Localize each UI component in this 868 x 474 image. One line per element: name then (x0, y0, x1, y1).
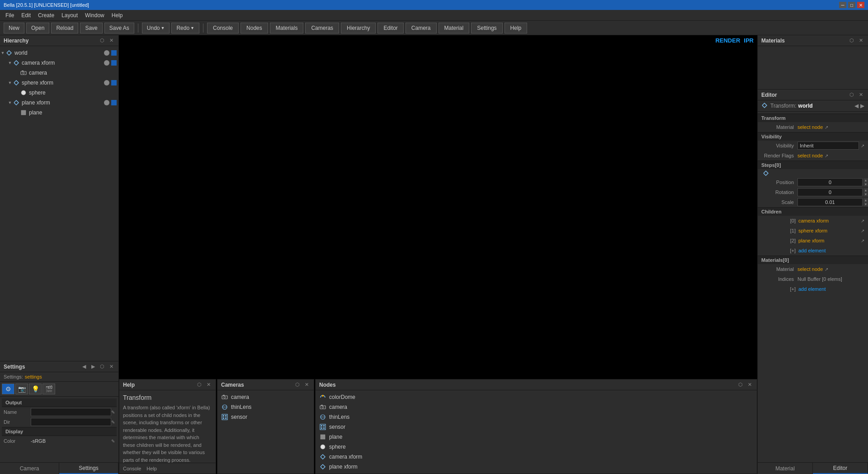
settings-tab-light[interactable]: 💡 (29, 384, 42, 394)
hierarchy-close-button[interactable]: ✕ (108, 37, 115, 44)
tree-item-world[interactable]: ▼ world (0, 48, 118, 58)
editor-next-button[interactable]: ▶ (860, 103, 864, 109)
menu-layout[interactable]: Layout (58, 11, 81, 19)
material-2-link[interactable]: select node (797, 266, 823, 272)
position-x[interactable] (797, 178, 863, 186)
tree-item-camera[interactable]: camera (0, 68, 118, 78)
child-link-sphere-xform[interactable]: sphere xform (798, 228, 859, 233)
nodes-float-button[interactable]: ⬡ (737, 381, 744, 389)
tab-materials[interactable]: Materials (270, 23, 304, 33)
tab-cameras[interactable]: Cameras (305, 23, 339, 33)
settings-close-button[interactable]: ✕ (108, 363, 115, 370)
settings-prev-button[interactable]: ◀ (80, 363, 88, 370)
bottom-tab-editor[interactable]: Editor (813, 463, 868, 474)
name-input[interactable] (31, 408, 111, 416)
rotation-x[interactable] (797, 188, 863, 196)
tree-item-plane-xform[interactable]: ▼ plane xform (0, 98, 118, 108)
menu-create[interactable]: Create (34, 11, 58, 19)
save-button[interactable]: Save (80, 23, 102, 33)
nodes-close-button[interactable]: ✕ (746, 381, 753, 389)
menu-file[interactable]: File (2, 11, 18, 19)
tab-material[interactable]: Material (439, 23, 470, 33)
menu-help[interactable]: Help (108, 11, 127, 19)
child-link-plane-xform[interactable]: plane xform (798, 238, 859, 243)
visibility-select[interactable]: Inherit (797, 142, 859, 150)
settings-tab-camera[interactable]: 📷 (15, 384, 28, 394)
settings-tab-render[interactable]: 🎬 (42, 384, 55, 394)
close-button[interactable]: ✕ (857, 2, 864, 8)
render-flags-link[interactable]: select node (797, 153, 823, 158)
tree-item-sphere-xform[interactable]: ▼ sphere xform (0, 78, 118, 88)
child-add-label[interactable]: add element (798, 248, 826, 253)
node-item-camera-xform[interactable]: camera xform (316, 452, 757, 462)
rotation-x-up[interactable]: ▲ (863, 188, 868, 192)
materials-float-button[interactable]: ⬡ (848, 37, 855, 44)
hierarchy-float-button[interactable]: ⬡ (99, 37, 106, 44)
ipr-button[interactable]: IPR (744, 37, 754, 44)
color-edit-button[interactable]: ✎ (111, 439, 115, 444)
tab-camera[interactable]: Camera (406, 23, 437, 33)
bottom-tab-camera[interactable]: Camera (0, 463, 59, 474)
main-layout: Hierarchy ⬡ ✕ ▼ world ▼ (0, 35, 868, 474)
new-button[interactable]: New (4, 23, 24, 33)
materials-add-label[interactable]: add element (798, 286, 826, 292)
reload-button[interactable]: Reload (51, 23, 78, 33)
menu-window[interactable]: Window (81, 11, 108, 19)
save-as-button[interactable]: Save As (104, 23, 134, 33)
scale-x-down[interactable]: ▼ (863, 202, 868, 206)
maximize-button[interactable]: □ (848, 2, 855, 8)
node-item-plane[interactable]: plane (316, 432, 757, 442)
open-button[interactable]: Open (26, 23, 49, 33)
editor-prev-button[interactable]: ◀ (854, 103, 859, 109)
render-button[interactable]: RENDER (715, 37, 740, 44)
settings-float-button[interactable]: ⬡ (99, 363, 106, 370)
child-index-1: [1] (785, 228, 796, 233)
node-item-sensor[interactable]: sensor (316, 422, 757, 432)
position-x-down[interactable]: ▼ (863, 182, 868, 186)
camera-item-camera[interactable]: camera (217, 392, 314, 402)
node-item-colordome[interactable]: colorDome (316, 392, 757, 402)
node-item-camera[interactable]: camera (316, 402, 757, 412)
editor-close-button[interactable]: ✕ (857, 91, 864, 99)
tree-item-sphere[interactable]: sphere (0, 88, 118, 98)
tree-item-plane[interactable]: plane (0, 108, 118, 118)
tab-hierarchy[interactable]: Hierarchy (341, 23, 376, 33)
settings-tab-gear[interactable]: ⚙ (2, 384, 14, 394)
tab-settings[interactable]: Settings (471, 23, 502, 33)
rotation-x-down[interactable]: ▼ (863, 192, 868, 196)
editor-float-button[interactable]: ⬡ (848, 91, 855, 99)
tab-nodes[interactable]: Nodes (241, 23, 268, 33)
camera-item-thinlens[interactable]: thinLens (217, 402, 314, 412)
camera-item-sensor[interactable]: sensor (217, 412, 314, 422)
tab-help[interactable]: Help (505, 23, 528, 33)
material-link[interactable]: select node (797, 124, 823, 130)
minimize-button[interactable]: ─ (839, 2, 846, 8)
cameras-float-button[interactable]: ⬡ (294, 381, 301, 389)
materials-close-button[interactable]: ✕ (857, 37, 864, 44)
redo-button[interactable]: Redo ▼ (171, 23, 199, 33)
cameras-close-button[interactable]: ✕ (303, 381, 310, 389)
tree-item-camera-xform[interactable]: ▼ camera xform (0, 58, 118, 68)
footer-console[interactable]: Console (123, 466, 141, 471)
help-close-button[interactable]: ✕ (205, 381, 212, 389)
scale-x[interactable] (797, 198, 863, 206)
node-item-thinlens[interactable]: thinLens (316, 412, 757, 422)
undo-button[interactable]: Undo ▼ (142, 23, 170, 33)
footer-help[interactable]: Help (146, 466, 157, 471)
node-item-sphere[interactable]: sphere (316, 442, 757, 452)
dir-edit-button[interactable]: ✎ (111, 420, 115, 425)
name-edit-button[interactable]: ✎ (111, 410, 115, 415)
child-link-camera-xform[interactable]: camera xform (798, 218, 859, 223)
node-item-sphere-xform[interactable]: sphere xform (316, 472, 757, 474)
node-item-plane-xform[interactable]: plane xform (316, 462, 757, 472)
settings-next-button[interactable]: ▶ (90, 363, 97, 370)
tab-editor[interactable]: Editor (377, 23, 403, 33)
dir-input[interactable] (31, 418, 111, 426)
tab-console[interactable]: Console (207, 23, 239, 33)
help-float-button[interactable]: ⬡ (196, 381, 203, 389)
scale-x-up[interactable]: ▲ (863, 198, 868, 202)
bottom-tab-material[interactable]: Material (758, 463, 813, 474)
bottom-tab-settings[interactable]: Settings (59, 463, 118, 474)
position-x-up[interactable]: ▲ (863, 178, 868, 182)
menu-edit[interactable]: Edit (18, 11, 34, 19)
